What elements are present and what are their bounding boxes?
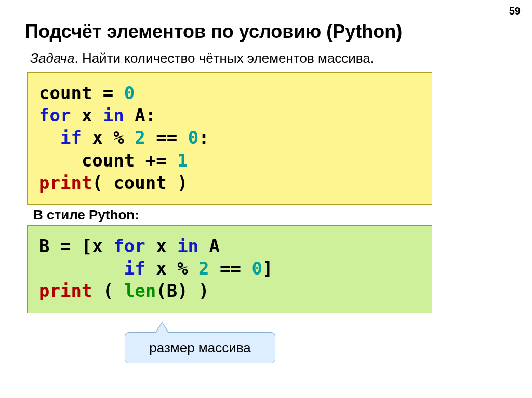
code-line: B = [x for x in A if x % 2 == 0] print (… <box>39 235 420 303</box>
section-label: В стиле Python: <box>33 207 139 223</box>
task-line: Задача. Найти количество чётных элементо… <box>30 50 374 66</box>
code-block-1: count = 0 for x in A: if x % 2 == 0: cou… <box>27 72 432 205</box>
task-text: . Найти количество чётных элементов масс… <box>74 50 374 66</box>
callout-pointer <box>156 323 168 333</box>
code-block-2: B = [x for x in A if x % 2 == 0] print (… <box>27 225 432 313</box>
slide-title: Подсчёт элементов по условию (Python) <box>25 21 402 43</box>
callout-box: размер массива <box>125 332 275 363</box>
callout-text: размер массива <box>149 340 250 356</box>
code-line: count = 0 for x in A: if x % 2 == 0: cou… <box>39 82 420 194</box>
task-label: Задача <box>30 50 74 66</box>
page-number: 59 <box>509 5 521 17</box>
